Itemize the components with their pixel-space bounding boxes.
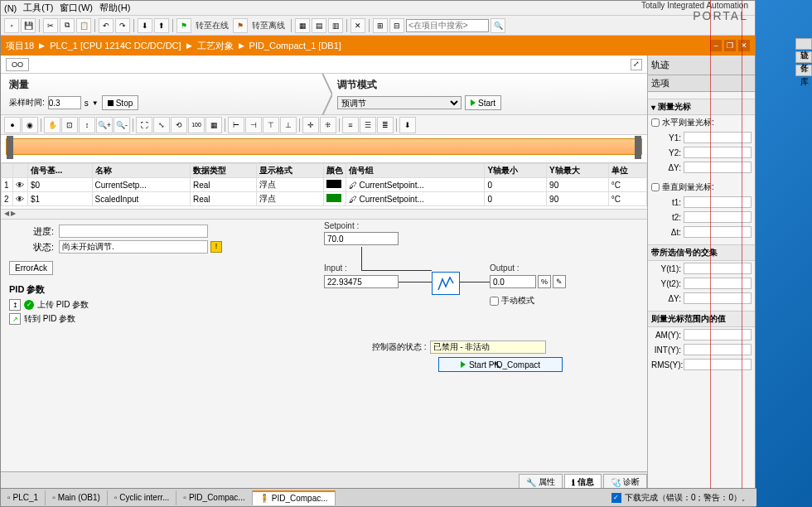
setpoint-value[interactable]: 70.0 [324, 232, 399, 245]
tb-download-icon[interactable]: ⬇ [138, 18, 152, 33]
rp-sec-range[interactable]: 则量光标范围内的值 [648, 311, 755, 327]
yt1-field[interactable] [684, 263, 752, 274]
win-min-icon[interactable]: – [710, 40, 722, 51]
tr-100-icon[interactable]: 100 [188, 117, 205, 133]
tb-save-icon[interactable]: 💾 [21, 18, 36, 33]
t1-field[interactable] [684, 196, 752, 208]
tb-cross-icon[interactable]: ✕ [350, 18, 365, 33]
tr-zoomy-icon[interactable]: ↕ [79, 117, 95, 133]
tb-i2-icon[interactable]: ▤ [312, 18, 326, 33]
crumb-project[interactable]: 项目18 [6, 40, 34, 52]
crumb-plc[interactable]: PLC_1 [CPU 1214C DC/DC/DC] [50, 41, 181, 51]
tr-zoomin-icon[interactable]: 🔍+ [96, 117, 113, 133]
v-cursor-checkbox[interactable] [651, 183, 660, 191]
tr-c4-icon[interactable]: ⊥ [280, 117, 297, 133]
yt2-field[interactable] [684, 278, 752, 289]
timeline-end-handle[interactable] [635, 136, 641, 159]
go-online[interactable]: 转至在线 [193, 20, 231, 31]
tb-split2-icon[interactable]: ⊟ [389, 18, 404, 33]
side-tab-trace[interactable]: 轨迹 [795, 38, 812, 50]
menu-window[interactable]: 窗口(W) [60, 2, 93, 14]
tb-i3-icon[interactable]: ▥ [328, 18, 343, 33]
y2-field[interactable] [684, 147, 752, 158]
tb-i1-icon[interactable]: ▦ [295, 18, 310, 33]
tb-item-cyclic[interactable]: ▫Cyclic interr... [108, 490, 177, 505]
tr-hand-icon[interactable]: ✋ [44, 117, 60, 133]
tb-undo-icon[interactable]: ↶ [99, 18, 114, 33]
tr-cursor2-icon[interactable]: ⁜ [320, 117, 336, 133]
output-value[interactable]: 0.0 [490, 275, 536, 288]
sample-time-input[interactable] [48, 96, 81, 109]
win-max-icon[interactable]: ❐ [724, 40, 736, 51]
project-search[interactable] [406, 19, 489, 32]
tr-leg3-icon[interactable]: ≣ [377, 117, 394, 133]
input-value[interactable]: 22.93475 [324, 275, 399, 288]
tuning-mode-select[interactable]: 预调节 [337, 96, 462, 109]
expand-icon[interactable]: ⤢ [631, 59, 642, 70]
timeline[interactable] [1, 135, 647, 163]
menu-help[interactable]: 帮助(H) [99, 2, 130, 14]
tb-item-pid2[interactable]: 🧍PID_Compac... [253, 490, 336, 505]
win-close-icon[interactable]: ✕ [738, 40, 750, 51]
tb-split-icon[interactable]: ⊞ [373, 18, 388, 33]
pid-block-icon[interactable] [432, 272, 460, 295]
manual-mode-checkbox[interactable] [490, 297, 499, 306]
tb-item-main[interactable]: ▫Main (OB1) [46, 490, 108, 505]
y1-field[interactable] [684, 132, 752, 143]
tr-fity-icon[interactable]: ⤡ [153, 117, 170, 133]
tb-copy-icon[interactable]: ⧉ [60, 18, 75, 33]
rp-sec-intersect[interactable]: 带所选信号的交集 [648, 244, 755, 261]
goto-pid-label[interactable]: 转到 PID 参数 [24, 313, 75, 325]
rp-sec-cursors[interactable]: ▾ 测量光标 [648, 99, 755, 115]
table-row[interactable]: 2👁 $1ScaledInput Real浮点 🖊 CurrentSetpoin… [2, 192, 647, 206]
side-tab-lib[interactable]: 库 [795, 65, 812, 76]
table-row[interactable]: 1👁 $0CurrentSetp... Real浮点 🖊 CurrentSetp… [2, 178, 647, 192]
dy-field[interactable] [684, 162, 752, 173]
tr-fit-icon[interactable]: ⛶ [136, 117, 152, 133]
menu-n[interactable]: (N) [4, 3, 17, 13]
start-button[interactable]: Start [465, 95, 501, 110]
tb-redo-icon[interactable]: ↷ [115, 18, 130, 33]
rms-field[interactable] [684, 359, 752, 370]
color-swatch[interactable] [326, 180, 341, 188]
tb-offline-icon[interactable]: ⚑ [233, 18, 248, 33]
tb-item-plc[interactable]: ▫PLC_1 [1, 490, 46, 505]
tb-paste-icon[interactable]: 📋 [76, 18, 91, 33]
int-field[interactable] [684, 344, 752, 355]
output-edit-icon[interactable]: ✎ [553, 275, 566, 288]
errorack-button[interactable]: ErrorAck [9, 261, 53, 275]
stop-button[interactable]: Stop [102, 95, 139, 110]
timeline-start-handle[interactable] [7, 136, 13, 159]
tr-auto-icon[interactable]: ⟲ [171, 117, 187, 133]
tb-cut-icon[interactable]: ✂ [43, 18, 58, 33]
color-swatch[interactable] [326, 194, 341, 202]
tr-rec-icon[interactable]: ● [4, 117, 21, 133]
view-mode-button[interactable]: OO [6, 58, 29, 71]
tb-search-go-icon[interactable]: 🔍 [491, 18, 505, 33]
start-pid-compact-button[interactable]: Start PID_Compact [438, 357, 563, 372]
tr-c1-icon[interactable]: ⊢ [228, 117, 244, 133]
upload-icon[interactable]: ↥ [9, 299, 21, 311]
tr-c2-icon[interactable]: ⊣ [245, 117, 262, 133]
goto-icon[interactable]: ↗ [9, 313, 21, 325]
am-field[interactable] [684, 329, 752, 340]
tr-export-icon[interactable]: ⬇ [399, 117, 416, 133]
h-cursor-checkbox[interactable] [651, 118, 660, 127]
tr-zoomout-icon[interactable]: 🔍- [114, 117, 130, 133]
tr-zoomarea-icon[interactable]: ⊡ [61, 117, 78, 133]
menu-tools[interactable]: 工具(T) [23, 2, 53, 14]
go-offline[interactable]: 转至离线 [249, 20, 288, 31]
side-tab-tasks[interactable]: 任务 [795, 51, 812, 63]
tb-item-pid1[interactable]: ▫PID_Compac... [176, 490, 252, 505]
tr-c3-icon[interactable]: ⊤ [263, 117, 279, 133]
tr-recloop-icon[interactable]: ◉ [22, 117, 38, 133]
upload-pid-label[interactable]: 上传 PID 参数 [37, 299, 89, 311]
crumb-pid[interactable]: PID_Compact_1 [DB1] [249, 41, 341, 51]
tr-cursor-icon[interactable]: ✛ [302, 117, 319, 133]
t2-field[interactable] [684, 211, 752, 223]
tb-upload-icon[interactable]: ⬆ [154, 18, 169, 33]
tr-leg2-icon[interactable]: ☰ [360, 117, 376, 133]
tr-leg1-icon[interactable]: ≡ [342, 117, 359, 133]
crumb-tech[interactable]: 工艺对象 [197, 40, 234, 52]
tr-grid-icon[interactable]: ▦ [205, 117, 222, 133]
